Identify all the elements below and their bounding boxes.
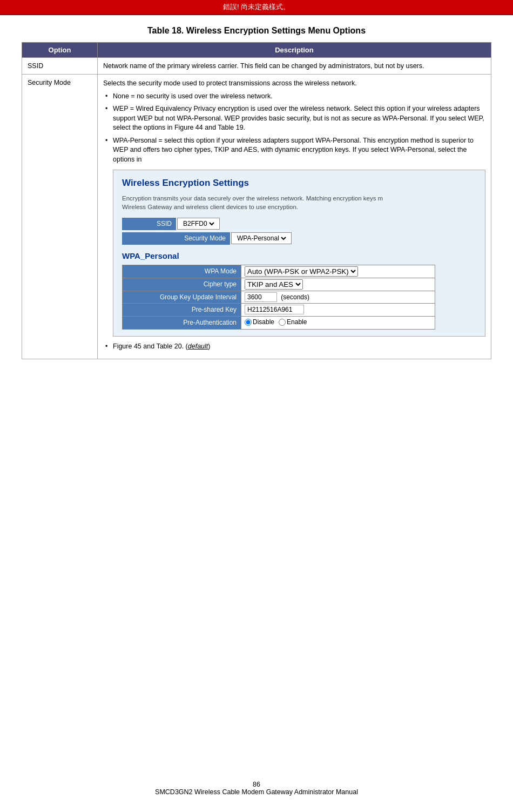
figure-note-item: Figure 45 and Table 20. (default) <box>103 342 485 352</box>
wes-subtitle-line2: Wireless Gateway and wireless client dev… <box>122 204 298 210</box>
wes-security-mode-value: WPA-Personal <box>231 232 292 244</box>
wes-ssid-value: B2FFD0 <box>177 218 220 230</box>
cipher-type-select[interactable]: TKIP and AES <box>245 279 303 290</box>
bullet-wpa: WPA-Personal = select this option if you… <box>103 136 485 337</box>
pre-authentication-enable-label[interactable]: Enable <box>279 318 307 327</box>
pre-shared-key-input[interactable] <box>245 305 304 314</box>
pre-authentication-disable-label[interactable]: Disable <box>245 318 274 327</box>
figure-note-list: Figure 45 and Table 20. (default) <box>103 342 485 352</box>
pre-authentication-enable-text: Enable <box>287 318 307 327</box>
security-mode-bullets: None = no security is used over the wire… <box>103 92 485 337</box>
wpa-title: WPA_Personal <box>122 250 476 261</box>
group-key-seconds-label: (seconds) <box>281 293 309 301</box>
pre-shared-key-row: Pre-shared Key <box>123 304 435 317</box>
ssid-description: Network name of the primary wireless car… <box>103 62 424 70</box>
desc-ssid: Network name of the primary wireless car… <box>98 58 491 75</box>
wes-subtitle: Encryption transmits your data securely … <box>122 194 476 211</box>
wes-security-mode-select[interactable]: WPA-Personal <box>235 234 288 243</box>
wes-security-mode-row: Security Mode WPA-Personal <box>122 232 476 245</box>
header-error-text: 錯誤! 尚未定義樣式。 <box>223 3 290 11</box>
pre-authentication-disable-text: Disable <box>253 318 274 327</box>
table-row: SSID Network name of the primary wireles… <box>22 58 491 75</box>
bullet-wep: WEP = Wired Equivalency Privacy encrypti… <box>103 104 485 133</box>
pre-authentication-enable-radio[interactable] <box>279 319 286 326</box>
cipher-type-value: TKIP and AES <box>241 278 435 291</box>
pre-authentication-value: Disable Enable <box>241 317 435 330</box>
bullet-wep-text: WEP = Wired Equivalency Privacy encrypti… <box>113 105 484 131</box>
col-header-description: Description <box>98 43 491 58</box>
security-mode-desc-main: Selects the security mode used to protec… <box>103 79 485 89</box>
pre-authentication-label: Pre-Authentication <box>123 317 241 330</box>
group-key-update-interval-row: Group Key Update Interval (seconds) <box>123 291 435 304</box>
wes-security-mode-label: Security Mode <box>122 232 230 245</box>
wes-ssid-row: SSID B2FFD0 <box>122 218 476 230</box>
option-security-mode: Security Mode <box>22 75 98 359</box>
page-number: 86 <box>0 781 513 788</box>
group-key-update-interval-value: (seconds) <box>241 291 435 304</box>
wes-ssid-select[interactable]: B2FFD0 <box>181 219 216 228</box>
pre-shared-key-label: Pre-shared Key <box>123 304 241 317</box>
desc-security-mode: Selects the security mode used to protec… <box>98 75 491 359</box>
group-key-update-interval-label: Group Key Update Interval <box>123 291 241 304</box>
figure-note-text: Figure 45 and Table 20. (default) <box>113 343 210 350</box>
manual-text: SMCD3GN2 Wireless Cable Modem Gateway Ad… <box>0 788 513 796</box>
table-row: Security Mode Selects the security mode … <box>22 75 491 359</box>
bullet-none: None = no security is used over the wire… <box>103 92 485 102</box>
wpa-mode-select[interactable]: Auto (WPA-PSK or WPA2-PSK) <box>245 266 358 277</box>
col-header-option: Option <box>22 43 98 58</box>
main-content: Table 18. Wireless Encryption Settings M… <box>0 15 513 370</box>
pre-authentication-row: Pre-Authentication Disable <box>123 317 435 330</box>
default-italic: default <box>188 343 208 350</box>
wes-subtitle-line1: Encryption transmits your data securely … <box>122 195 383 202</box>
option-ssid: SSID <box>22 58 98 75</box>
bullet-wpa-text: WPA-Personal = select this option if you… <box>113 137 474 163</box>
bullet-none-text: None = no security is used over the wire… <box>113 92 273 100</box>
wes-title: Wireless Encryption Settings <box>122 177 476 190</box>
pre-authentication-radio-group: Disable Enable <box>245 318 431 327</box>
wes-box: Wireless Encryption Settings Encryption … <box>113 170 485 337</box>
table-title: Table 18. Wireless Encryption Settings M… <box>22 26 491 36</box>
wes-ssid-label: SSID <box>122 218 176 230</box>
footer: 86 SMCD3GN2 Wireless Cable Modem Gateway… <box>0 781 513 796</box>
cipher-type-label: Cipher type <box>123 278 241 291</box>
wpa-table: WPA Mode Auto (WPA-PSK or WPA2-PSK) <box>122 265 435 330</box>
wpa-mode-row: WPA Mode Auto (WPA-PSK or WPA2-PSK) <box>123 265 435 278</box>
cipher-type-row: Cipher type TKIP and AES <box>123 278 435 291</box>
group-key-update-interval-input[interactable] <box>245 292 277 302</box>
wpa-mode-label: WPA Mode <box>123 265 241 278</box>
header-bar: 錯誤! 尚未定義樣式。 <box>0 0 513 15</box>
main-table: Option Description SSID Network name of … <box>22 42 491 359</box>
pre-shared-key-value <box>241 304 435 317</box>
wpa-mode-value: Auto (WPA-PSK or WPA2-PSK) <box>241 265 435 278</box>
pre-authentication-disable-radio[interactable] <box>245 319 252 326</box>
